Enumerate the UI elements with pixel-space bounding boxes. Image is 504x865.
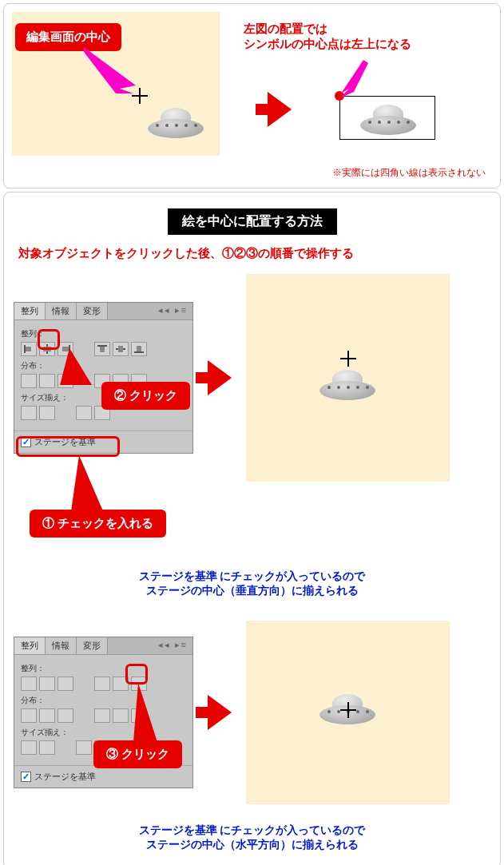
ufo-graphic	[148, 108, 204, 140]
align-bottom-icon[interactable]	[131, 342, 147, 356]
callout-2-tail	[60, 348, 92, 385]
d1[interactable]	[21, 708, 37, 723]
stage-checkbox-label-2: ステージを基準	[34, 771, 96, 783]
howto-title: 絵を中心に配置する方法	[168, 208, 337, 235]
label-align-2: 整列：	[21, 663, 186, 674]
d5[interactable]	[113, 708, 129, 723]
space-h-icon[interactable]	[76, 406, 92, 420]
stage-checkbox-row-2[interactable]: ステージを基準	[14, 765, 192, 788]
highlight-hcenter	[38, 329, 60, 350]
svg-marker-0	[84, 47, 136, 93]
caption-2a: ステージを基準 にチェックが入っているので	[14, 823, 490, 838]
align-panel-1: 整列 情報 変形 ◂◂ ▸≡ 整列：	[14, 302, 193, 454]
caption-1a: ステージを基準 にチェックが入っているので	[14, 569, 490, 584]
label-distribute: 分布：	[21, 360, 186, 371]
big-arrow-3	[208, 695, 232, 730]
callout-2: ② クリック	[101, 382, 190, 410]
label-distribute-2: 分布：	[21, 695, 186, 706]
svg-marker-1	[339, 60, 368, 98]
s2[interactable]	[39, 740, 55, 755]
svg-rect-8	[97, 345, 107, 347]
headline-2: シンボルの中心点は左上になる	[244, 37, 411, 52]
svg-rect-3	[26, 347, 31, 351]
label-size-2: サイズ揃え：	[21, 727, 186, 738]
align-left-icon[interactable]	[21, 342, 37, 356]
s1[interactable]	[21, 740, 37, 755]
callout-1: ① チェックを入れる	[30, 510, 166, 538]
center-cross-2	[340, 351, 356, 367]
howto-card: 絵を中心に配置する方法 対象オブジェクトをクリックした後、①②③の順番で操作する…	[3, 192, 501, 865]
size-height-icon[interactable]	[39, 406, 55, 420]
headline: 左図の配置では シンボルの中心点は左上になる	[244, 22, 411, 52]
align-top-icon[interactable]	[94, 342, 110, 356]
tab-info[interactable]: 情報	[46, 303, 77, 319]
symbol-box	[339, 96, 435, 140]
svg-rect-12	[134, 351, 144, 353]
pointer-arrow-magenta-2	[339, 60, 379, 100]
align-right-icon-2[interactable]	[58, 677, 73, 691]
panel-nav-icon-2[interactable]: ◂◂ ▸≡	[153, 637, 192, 654]
d4[interactable]	[94, 708, 110, 723]
ufo-graphic-3	[319, 370, 375, 402]
stage-step3	[246, 621, 450, 804]
svg-rect-2	[24, 345, 26, 353]
tab-align[interactable]: 整列	[14, 303, 46, 319]
tab-align-2[interactable]: 整列	[14, 637, 46, 654]
stage-checkbox-2[interactable]	[21, 772, 31, 782]
align-hcenter-icon-2[interactable]	[39, 677, 55, 691]
step2-row: 整列 情報 変形 ◂◂ ▸≡ 整列：	[14, 274, 490, 482]
panel-tabs: 整列 情報 変形 ◂◂ ▸≡	[14, 303, 192, 320]
tab-transform-2[interactable]: 変形	[77, 637, 108, 654]
align-vcenter-icon[interactable]	[113, 342, 129, 356]
big-arrow-1	[268, 92, 292, 127]
callout-3-tail	[133, 683, 157, 742]
d2[interactable]	[39, 708, 55, 723]
step3-row: 整列 情報 変形 ◂◂ ▸≡ 整列：	[14, 621, 490, 804]
tab-transform[interactable]: 変形	[77, 303, 108, 319]
title-row: 絵を中心に配置する方法	[14, 208, 490, 235]
align-left-icon-2[interactable]	[21, 677, 37, 691]
caption-2b: ステージの中心（水平方向）に揃えられる	[14, 838, 490, 852]
caption-1b: ステージの中心（垂直方向）に揃えられる	[14, 584, 490, 598]
d3[interactable]	[58, 708, 73, 723]
svg-rect-13	[137, 346, 141, 351]
ufo-graphic-2	[360, 105, 416, 137]
pointer-arrow-magenta	[76, 47, 148, 95]
dist-top-icon[interactable]	[21, 374, 37, 388]
intro-card: 編集画面の中心 左図の配置では シンボルの中心点は左上になる ※実際には四角い線…	[3, 3, 501, 188]
headline-1: 左図の配置では	[244, 22, 411, 37]
highlight-vcenter	[125, 664, 148, 684]
big-arrow-2	[208, 360, 232, 395]
callout-1-tail	[71, 455, 103, 511]
svg-rect-9	[100, 347, 105, 352]
s3[interactable]	[76, 740, 92, 755]
highlight-checkbox	[16, 436, 120, 457]
footnote: ※実際には四角い線は表示されない	[332, 166, 486, 180]
instruction-text: 対象オブジェクトをクリックした後、①②③の順番で操作する	[18, 246, 486, 261]
align-top-icon-2[interactable]	[94, 677, 110, 691]
stage-step2	[246, 274, 450, 482]
center-cross-3	[340, 702, 356, 718]
panel-nav-icon[interactable]: ◂◂ ▸≡	[153, 303, 192, 319]
size-width-icon[interactable]	[21, 406, 37, 420]
tab-info-2[interactable]: 情報	[46, 637, 77, 654]
callout-3: ③ クリック	[93, 740, 182, 768]
svg-rect-11	[118, 346, 123, 352]
dist-vcenter-icon[interactable]	[39, 374, 55, 388]
